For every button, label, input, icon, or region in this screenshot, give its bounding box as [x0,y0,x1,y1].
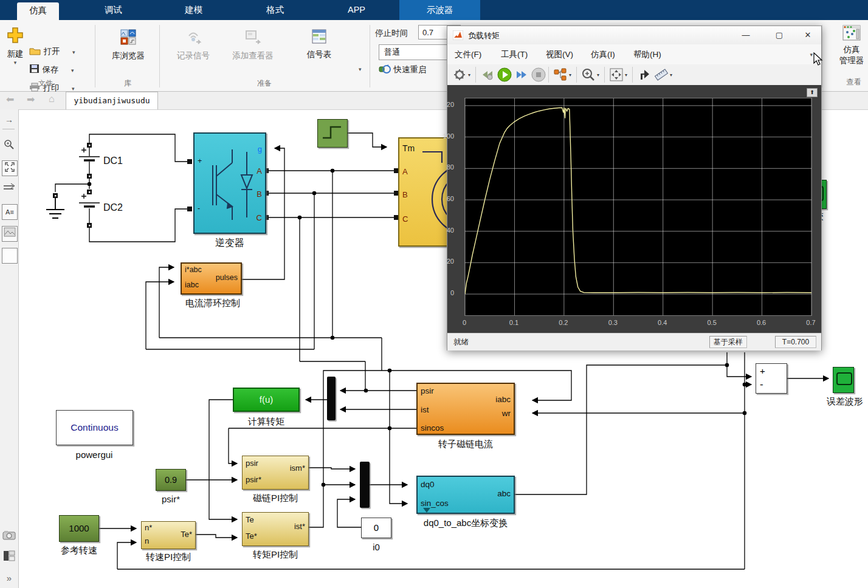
x-tick-label: 0.5 [701,319,723,326]
nav-back-icon[interactable]: ⬅ [6,94,14,105]
torque-calc-block[interactable]: f(u) [233,388,300,412]
annotation-icon[interactable]: A≡ [2,204,18,220]
speed-ref-block[interactable]: 1000 [59,515,99,542]
measurements-ruler-icon[interactable] [654,67,669,82]
fit-axes-icon[interactable] [609,67,624,82]
tab-debug[interactable]: 调试 [92,0,134,20]
chevron-down-icon[interactable]: ▾ [625,72,627,78]
scope-window[interactable]: 负载转矩 — ▢ ✕ 文件(F) 工具(T) 视图(V) 仿真(I) 帮助(H)… [447,26,822,350]
tab-format[interactable]: 格式 [254,0,296,20]
fast-restart-toggle[interactable]: 快速重启 [379,64,452,77]
hysteresis-in-iabc-ref: i*abc [185,265,202,274]
menu-tools[interactable]: 工具(T) [501,49,528,60]
mux1[interactable] [327,377,336,420]
image-annotation-icon[interactable] [2,226,18,242]
step-back-icon[interactable] [480,67,495,82]
dq0-block[interactable]: dq0 sin_cos abc [416,476,515,514]
hide-browser-icon[interactable]: → [2,112,16,127]
stop-icon[interactable] [531,67,546,82]
sim-manager-button[interactable]: 仿真 管理器 [830,25,868,71]
menu-simulation[interactable]: 仿真(I) [591,49,615,60]
viewmarks-icon[interactable] [2,550,16,565]
speed-pi-out-te: Te* [181,530,192,539]
stop-time-label: 停止时间 [375,28,408,39]
torque-pi-block[interactable]: Te Te* ist* [242,512,309,546]
psir-ref-block[interactable]: 0.9 [156,469,186,491]
close-button[interactable]: ✕ [799,29,816,42]
area-box-icon[interactable] [2,248,18,264]
sim-mode-select[interactable]: 普通 ▾ [379,44,454,60]
scope-plot[interactable] [464,98,812,316]
expand-rail-icon[interactable]: » [2,571,16,586]
menu-view[interactable]: 视图(V) [546,49,573,60]
inverter-port-minus: - [198,204,200,213]
signal-selector-icon[interactable] [553,67,568,82]
step-forward-icon[interactable] [514,67,529,82]
y-tick-label: 120 [436,101,454,108]
tab-app[interactable]: APP [336,0,377,20]
fit-to-view-icon[interactable] [2,160,18,176]
tab-simulation[interactable]: 仿真 [17,2,59,20]
i0-label: i0 [361,542,391,552]
speed-pi-in-nref: n* [145,523,152,532]
speed-pi-block[interactable]: n* n Te* [141,521,196,549]
float-axes-button[interactable]: ⬆ [807,88,818,97]
hysteresis-out-pulses: pulses [216,273,238,282]
scope-statusbar: 就绪 基于采样 T=0.700 [447,333,821,350]
dc1-label: DC1 [103,156,134,166]
rotor-flux-port-iabc: iabc [495,395,511,404]
signal-lines-icon[interactable] [2,182,16,197]
tab-scope[interactable]: 示波器 [399,0,480,20]
tab-modeling[interactable]: 建模 [173,0,215,20]
sum-block[interactable]: + - [756,363,787,394]
rotor-flux-label: 转子磁链电流 [423,439,508,450]
hysteresis-block[interactable]: i*abc iabc pulses [181,262,242,295]
sim-manager-label-line2: 管理器 [830,55,868,66]
matlab-icon [453,30,463,40]
rotor-flux-port-wr: wr [502,409,511,418]
prepare-group: 准备 [162,20,367,91]
inverter-block[interactable]: g + - A B C [193,132,266,234]
status-sim-time: T=0.700 [775,336,816,348]
i0-block[interactable]: 0 [361,518,391,538]
dq0-in-sincos: sin_cos [421,499,449,508]
x-tick-label: 0.1 [503,319,525,326]
divider [632,67,633,83]
flux-pi-in-psir: psir [246,459,258,468]
minimize-button[interactable]: — [737,29,754,42]
chevron-down-icon[interactable]: ▾ [468,72,470,78]
speed-ref-label: 参考转速 [55,545,103,556]
run-icon[interactable] [497,67,512,82]
fast-restart-icon [379,64,391,74]
torque-pi-label: 转矩PI控制 [242,549,309,561]
settings-gear-icon[interactable] [452,67,467,82]
motor-port-b: B [402,190,408,199]
mux2[interactable] [360,462,370,508]
chevron-down-icon[interactable]: ▾ [569,72,571,78]
dq0-out-abc: abc [497,489,511,498]
hysteresis-in-iabc: iabc [185,281,199,289]
save-axes-view-icon[interactable] [637,67,652,82]
flux-pi-out-ism: ism* [290,463,305,473]
flux-pi-block[interactable]: psir psir* ism* [242,456,309,490]
maximize-button[interactable]: ▢ [771,29,788,42]
rotor-flux-in-sincos: sincos [421,423,444,432]
zoom-icon[interactable] [581,67,596,82]
status-ready: 就绪 [453,337,469,347]
chevron-down-icon[interactable]: ▾ [597,72,599,78]
menu-help[interactable]: 帮助(H) [633,49,661,60]
inverter-label: 逆变器 [199,237,260,250]
chevron-down-icon[interactable]: ▾ [670,72,672,78]
error-scope-block[interactable] [833,367,854,393]
view-group-label: 查看 [846,77,861,87]
step-block[interactable] [317,119,348,148]
menu-file[interactable]: 文件(F) [455,49,481,60]
rotor-flux-block[interactable]: psir ist sincos iabc wr [416,383,515,435]
torque-pi-in-te: Te [246,515,254,524]
scope-plot-area: 020406080100120 00.10.20.30.40.50.60.7 ⬆ [447,85,821,333]
zoom-region-icon[interactable] [2,138,16,153]
screenshot-icon[interactable] [2,530,16,544]
powergui-block[interactable]: Continuous [56,410,133,445]
powergui-text: Continuous [71,422,118,432]
scope-titlebar[interactable]: 负载转矩 — ▢ ✕ [447,26,821,44]
